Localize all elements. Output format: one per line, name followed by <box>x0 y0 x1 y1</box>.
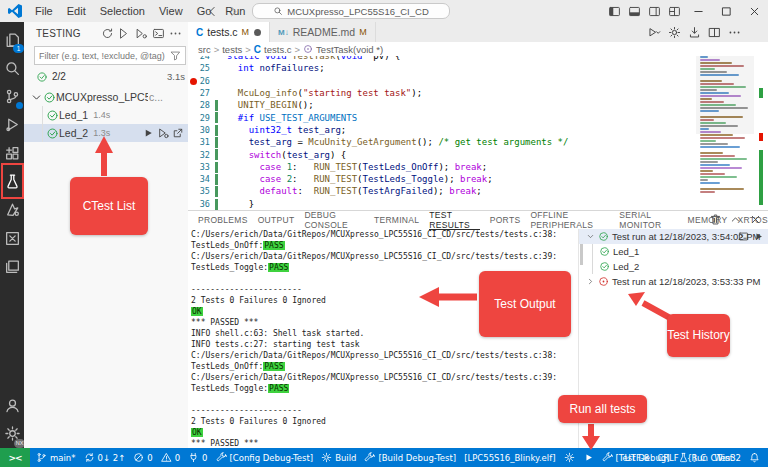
breadcrumb-tests[interactable]: tests <box>222 44 242 55</box>
run-all-icon[interactable] <box>118 27 131 40</box>
remote-indicator[interactable]: >< <box>0 448 30 467</box>
terminal-icon[interactable] <box>152 27 165 40</box>
forward-arrow-icon[interactable] <box>227 5 240 18</box>
status-main[interactable]: main* <box>32 448 80 467</box>
test-filter-input[interactable]: Filter (e.g. text, !exclude, @tag) <box>34 46 186 65</box>
toggle-panel-icon[interactable] <box>628 5 641 18</box>
panel-tab-debug-console[interactable]: DEBUG CONSOLE <box>304 211 364 229</box>
download-icon[interactable] <box>688 26 701 39</box>
activity-files[interactable]: 1 <box>0 27 24 53</box>
run-dropdown-icon[interactable] <box>648 26 661 39</box>
panel-tab-problems[interactable]: PROBLEMS <box>198 211 248 229</box>
activity-search[interactable] <box>0 55 24 81</box>
debug-play-icon[interactable] <box>157 127 169 139</box>
toggle-sidebar-icon[interactable] <box>608 5 621 18</box>
back-arrow-icon[interactable] <box>206 5 219 18</box>
history-test-led-2[interactable]: Led_2 <box>593 259 768 274</box>
tab-readme-md[interactable]: M↓README.mdM <box>270 22 376 42</box>
status-0[interactable]: 0 <box>184 448 211 467</box>
command-center-search[interactable]: MCUXpresso_LPC55S16_CI_CD <box>252 3 450 19</box>
history-test-led-1[interactable]: Led_1 <box>593 244 768 259</box>
history-run[interactable]: Test run at 12/18/2023, 3:54:02 PM <box>579 229 768 244</box>
more-icon[interactable] <box>169 27 182 40</box>
status-0[interactable]: 0 <box>129 448 156 467</box>
c-file-icon: C <box>254 44 261 55</box>
panel-tab-output[interactable]: OUTPUT <box>258 211 295 229</box>
minimap-viewport[interactable] <box>696 56 754 134</box>
chevron-right-icon[interactable] <box>586 277 595 286</box>
close-button[interactable] <box>740 0 768 22</box>
output-line: C:/Users/erich/Data/GitRepos/MCUXpresso_… <box>191 251 578 262</box>
filter-icon[interactable] <box>170 50 181 61</box>
goto-icon[interactable] <box>172 127 184 139</box>
test-results-output[interactable]: C:/Users/erich/Data/GitRepos/MCUXpresso_… <box>188 229 579 449</box>
md-file-icon: M↓ <box>278 28 289 37</box>
breadcrumb[interactable]: src>tests>Ctests.c>TestTask(void *) <box>188 42 768 56</box>
symbol-method-icon[interactable] <box>303 44 313 54</box>
activity-run-debug[interactable] <box>0 112 24 138</box>
play-icon[interactable] <box>142 127 154 139</box>
close-icon[interactable] <box>749 213 762 226</box>
chevron-down-icon[interactable] <box>586 232 595 241</box>
status-play[interactable] <box>579 448 598 467</box>
tab-tests-c[interactable]: Ctests.cM <box>188 22 270 42</box>
breadcrumb-tests-c[interactable]: tests.c <box>264 44 291 55</box>
split-icon[interactable] <box>708 26 721 39</box>
status-utf-8[interactable]: UTF-8 <box>621 448 654 467</box>
panel-tab-test-results[interactable]: TEST RESULTS <box>429 211 479 230</box>
test-summary-row: 2/2 3.1s <box>24 68 208 85</box>
minimize-button[interactable] <box>684 0 712 22</box>
test-duration: 3.1s <box>167 71 185 82</box>
activity-source-control[interactable] <box>0 84 24 110</box>
maximize-button[interactable] <box>712 0 740 22</box>
panel-tab-terminal[interactable]: TERMINAL <box>374 211 419 229</box>
toggle-secondary-sidebar-icon[interactable] <box>648 5 661 18</box>
status-build[interactable]: Build <box>317 448 360 467</box>
menu-selection[interactable]: Selection <box>94 3 151 19</box>
play-icon[interactable] <box>753 231 764 242</box>
status-gear[interactable] <box>560 448 579 467</box>
status-win32[interactable]: Win32 <box>710 448 745 467</box>
dirty-indicator[interactable] <box>254 29 261 36</box>
status-0-2[interactable]: 0↓ 2↑ <box>80 448 130 467</box>
panel-tab-offline-peripherals[interactable]: OFFLINE PERIPHERALS <box>530 211 609 229</box>
menu-edit[interactable]: Edit <box>61 3 92 19</box>
breadcrumb-src[interactable]: src <box>198 44 211 55</box>
breadcrumb-testtask-void[interactable]: TestTask(void *) <box>316 44 383 55</box>
trash-icon[interactable] <box>709 213 722 226</box>
test-item-mcuxpresso-lpc55s16-ci-cd[interactable]: MCUXpresso_LPC55S16_CI_CDc... <box>24 88 188 106</box>
check-circle-icon <box>599 261 610 272</box>
panel-tab-ports[interactable]: PORTS <box>490 211 521 229</box>
debug-all-icon[interactable] <box>135 27 148 40</box>
code-line-33: 33 case 1: RUN_TEST(TestLeds_OnOff); bre… <box>188 161 768 173</box>
status-config-debug-test[interactable]: [Config Debug-Test] <box>212 448 318 467</box>
activity-x-square[interactable] <box>0 225 24 251</box>
test-item-led-1[interactable]: Led_11.4s <box>24 106 188 124</box>
status-build-debug-test[interactable]: [Build Debug-Test] <box>360 448 460 467</box>
breakpoint-dot[interactable] <box>190 78 197 85</box>
menu-view[interactable]: View <box>153 3 189 19</box>
test-label: MCUXpresso_LPC55S16_CI_CD <box>56 91 148 103</box>
activity-library[interactable] <box>0 253 24 279</box>
chevron-up-icon[interactable] <box>729 213 742 226</box>
more-icon[interactable] <box>728 26 741 39</box>
status-0[interactable]: 0 <box>157 448 184 467</box>
panel-tab-serial-monitor[interactable]: SERIAL MONITOR <box>619 211 677 229</box>
menu-file[interactable]: File <box>29 3 59 19</box>
history-run[interactable]: Test run at 12/18/2023, 3:53:33 PM <box>579 274 768 289</box>
status-lpc55s16-blinky-elf[interactable]: [LPC55S16_Blinky.elf] <box>460 448 559 467</box>
minimap[interactable] <box>700 56 750 206</box>
activity-account[interactable] <box>0 392 24 418</box>
terminal-icon[interactable] <box>738 231 749 242</box>
test-item-led-2[interactable]: Led_21.3s <box>24 124 188 142</box>
status-bell[interactable] <box>745 448 764 467</box>
code-editor[interactable]: 24static void TestTask(void *pv) {25 int… <box>188 56 768 210</box>
gear-icon[interactable] <box>668 26 681 39</box>
activity-settings[interactable]: NX <box>0 420 24 446</box>
chevron-down-icon[interactable] <box>30 91 43 104</box>
customize-layout-icon[interactable] <box>668 5 681 18</box>
activity-mcuxpresso[interactable] <box>0 197 24 223</box>
status-c[interactable]: {} C <box>683 448 710 467</box>
status-crlf[interactable]: CRLF <box>653 448 682 467</box>
refresh-icon[interactable] <box>101 27 114 40</box>
